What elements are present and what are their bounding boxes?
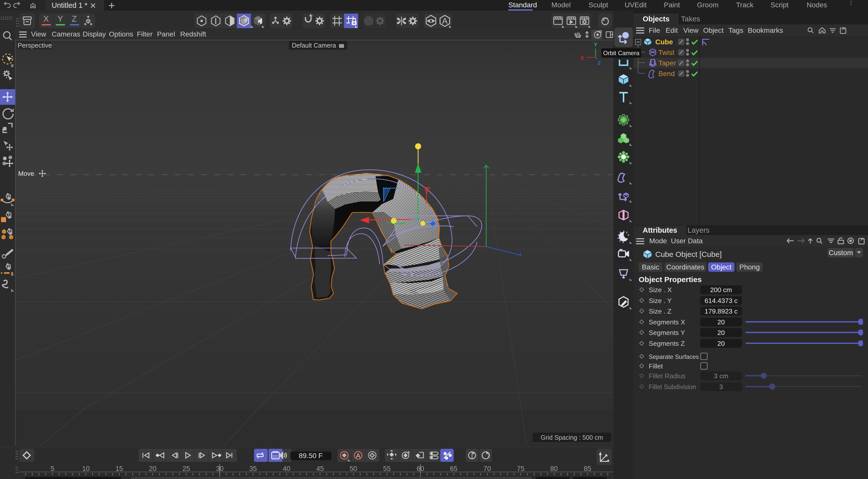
svg-text:Segments Y: Segments Y bbox=[649, 329, 685, 337]
svg-text:3: 3 bbox=[719, 383, 723, 390]
svg-text:Taper: Taper bbox=[658, 59, 676, 67]
svg-text:Cube: Cube bbox=[655, 38, 673, 46]
svg-text:614.4373 c: 614.4373 c bbox=[705, 297, 738, 305]
svg-text:X: X bbox=[581, 55, 584, 61]
svg-text:A: A bbox=[442, 16, 447, 26]
svg-text:Phong: Phong bbox=[740, 263, 760, 271]
svg-text:Fillet Subdivision: Fillet Subdivision bbox=[649, 383, 696, 390]
svg-text:Z: Z bbox=[597, 60, 601, 66]
svg-text:Segments Z: Segments Z bbox=[649, 340, 685, 347]
svg-text:20: 20 bbox=[717, 329, 724, 337]
svg-text:Cube Object [Cube]: Cube Object [Cube] bbox=[655, 250, 721, 259]
svg-text:A: A bbox=[356, 452, 361, 459]
svg-text:Custom: Custom bbox=[829, 249, 853, 256]
svg-text:Coordinates: Coordinates bbox=[666, 263, 705, 271]
svg-text:20: 20 bbox=[717, 340, 724, 347]
svg-text:Y: Y bbox=[594, 41, 597, 47]
svg-text:3 cm: 3 cm bbox=[714, 372, 728, 380]
svg-text:Basic: Basic bbox=[642, 263, 659, 271]
svg-text:Fillet: Fillet bbox=[649, 363, 663, 370]
svg-text:Bend: Bend bbox=[658, 70, 675, 77]
svg-text:20: 20 bbox=[717, 318, 724, 326]
svg-text:Object: Object bbox=[711, 263, 732, 271]
svg-text:200 cm: 200 cm bbox=[710, 286, 732, 294]
svg-text:Size . Y: Size . Y bbox=[649, 297, 672, 305]
svg-text:179.8923 c: 179.8923 c bbox=[705, 308, 738, 315]
svg-text:Object Properties: Object Properties bbox=[639, 275, 702, 283]
svg-text:Separate Surfaces: Separate Surfaces bbox=[649, 353, 699, 360]
svg-text:Fillet Radius: Fillet Radius bbox=[649, 372, 685, 380]
svg-text:Segments X: Segments X bbox=[649, 318, 685, 326]
svg-text:Twist: Twist bbox=[658, 48, 675, 57]
svg-text:89.50 F: 89.50 F bbox=[299, 452, 323, 459]
svg-text:Size . Z: Size . Z bbox=[649, 308, 672, 315]
svg-text:Size . X: Size . X bbox=[649, 286, 672, 294]
